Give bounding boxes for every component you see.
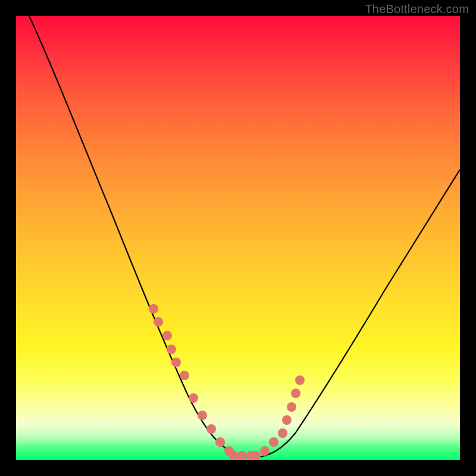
svg-point-9 xyxy=(215,437,225,447)
svg-point-3 xyxy=(167,345,176,354)
svg-point-12 xyxy=(237,451,247,460)
svg-point-21 xyxy=(295,375,305,385)
svg-point-6 xyxy=(189,393,198,403)
attribution-label: TheBottleneck.com xyxy=(365,2,469,16)
svg-point-17 xyxy=(278,428,287,438)
svg-point-15 xyxy=(260,446,270,456)
bottleneck-curve-path xyxy=(29,16,460,458)
svg-point-4 xyxy=(171,358,181,367)
svg-point-7 xyxy=(198,411,207,420)
svg-point-20 xyxy=(291,389,300,398)
svg-point-0 xyxy=(149,304,158,314)
plot-area xyxy=(16,16,460,460)
svg-point-8 xyxy=(206,424,216,434)
svg-point-19 xyxy=(287,402,296,412)
data-dots xyxy=(149,304,305,460)
svg-point-1 xyxy=(154,317,163,327)
curve-svg xyxy=(16,16,460,460)
chart-frame: TheBottleneck.com xyxy=(0,0,476,476)
svg-point-5 xyxy=(180,371,189,380)
svg-point-2 xyxy=(162,331,172,340)
svg-point-18 xyxy=(282,415,292,425)
svg-point-16 xyxy=(269,437,278,447)
